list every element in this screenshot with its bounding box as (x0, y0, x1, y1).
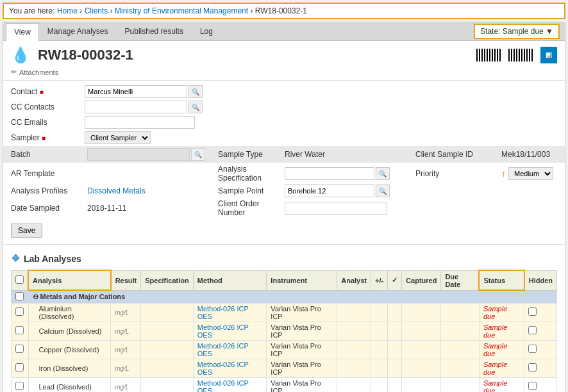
puzzle-icon: ❖ (11, 252, 20, 265)
specification-cell (141, 340, 193, 359)
hidden-checkbox[interactable] (528, 382, 537, 390)
breadcrumb-prefix: You are here: (9, 6, 57, 15)
method-cell: Method-026 ICP OES (193, 359, 267, 377)
breadcrumb: You are here: Home › Clients › Ministry … (3, 3, 565, 19)
group-header-row: ⊖ Metals and Major Cations (12, 290, 557, 303)
priority-select[interactable]: Medium High Low (508, 167, 553, 180)
group-name: ⊖ Metals and Major Cations (28, 290, 557, 303)
analysis-specification-label: Analysis Specification (218, 165, 282, 183)
tab-manage-analyses[interactable]: Manage Analyses (39, 22, 117, 40)
th-hidden: Hidden (524, 270, 557, 290)
analyst-cell (337, 359, 371, 377)
batch-input[interactable] (87, 148, 190, 161)
th-result: Result (111, 270, 141, 290)
sample-point-input[interactable] (285, 184, 374, 197)
attachments-label-text: Attachments (19, 69, 58, 76)
select-all-checkbox[interactable] (15, 275, 24, 284)
contact-label: Contact ■ (11, 87, 85, 96)
client-sample-id-value: Mek18/11/003 (501, 150, 557, 159)
table-row: Aluminium (Dissolved) mg/L Method-026 IC… (12, 303, 557, 322)
barcode-qr[interactable]: 📊 (540, 47, 557, 63)
status-cell: Sample due (479, 340, 524, 359)
tab-published-results[interactable]: Published results (117, 22, 192, 40)
row-checkbox[interactable] (15, 363, 24, 372)
hidden-checkbox[interactable] (528, 307, 537, 316)
due-date-cell (441, 322, 480, 340)
hidden-checkbox[interactable] (528, 326, 537, 334)
row-checkbox[interactable] (15, 326, 24, 334)
cc-emails-label: CC Emails (11, 118, 85, 127)
date-sampled-value: 2018-11-11 (87, 204, 215, 213)
table-row: Calcium (Dissolved) mg/L Method-026 ICP … (12, 322, 557, 340)
tab-log[interactable]: Log (192, 22, 221, 40)
captured-cell (402, 303, 441, 322)
th-status: Status (479, 270, 524, 290)
pencil-icon: ✏ (11, 68, 17, 76)
cc-contacts-input[interactable] (85, 101, 187, 113)
specification-cell (141, 322, 193, 340)
sampler-row: Sampler ■ Client Sampler (11, 131, 557, 145)
row-checkbox[interactable] (15, 307, 24, 316)
due-date-cell (441, 377, 480, 392)
sampler-label: Sampler ■ (11, 133, 85, 142)
breadcrumb-home[interactable]: Home (57, 6, 78, 15)
sample-point-label: Sample Point (218, 186, 282, 195)
contact-search-btn[interactable]: 🔍 (188, 85, 203, 98)
cc-contacts-search-btn[interactable]: 🔍 (188, 101, 203, 113)
instrument-cell: Varian Vista Pro ICP (267, 340, 337, 359)
cc-emails-input[interactable] (85, 116, 195, 129)
result-cell: mg/L (111, 377, 141, 392)
sampler-select[interactable]: Client Sampler (85, 131, 151, 144)
method-cell: Method-026 ICP OES (193, 377, 267, 392)
analysis-cell: Copper (Dissolved) (28, 340, 111, 359)
analysis-profiles-link[interactable]: Dissolved Metals (87, 186, 146, 195)
th-captured: Captured (402, 270, 441, 290)
analysis-profiles-label: Analysis Profiles (11, 186, 85, 195)
th-checkbox (12, 270, 29, 290)
method-cell: Method-026 ICP OES (193, 322, 267, 340)
batch-row: Batch 🔍 Sample Type River Water Client S… (3, 146, 565, 163)
th-analyst: Analyst (337, 270, 371, 290)
client-sample-id-label: Client Sample ID (415, 150, 499, 159)
method-cell: Method-026 ICP OES (193, 303, 267, 322)
instrument-cell: Varian Vista Pro ICP (267, 377, 337, 392)
sample-point-search-btn[interactable]: 🔍 (376, 184, 390, 197)
breadcrumb-client[interactable]: Ministry of Environmental Management (115, 6, 248, 15)
date-sampled-row: Date Sampled 2018-11-11 Client Order Num… (11, 199, 557, 217)
th-specification: Specification (141, 270, 193, 290)
cc-contacts-row: CC Contacts 🔍 (11, 100, 557, 114)
batch-search-btn[interactable]: 🔍 (191, 148, 205, 161)
contact-input[interactable] (85, 85, 187, 98)
barcode-1[interactable] (476, 49, 502, 61)
barcode-2[interactable] (508, 49, 534, 61)
tab-view[interactable]: View (6, 23, 39, 41)
sample-type-value: River Water (285, 150, 413, 159)
tabs-bar: View Manage Analyses Published results L… (3, 22, 565, 41)
analysis-spec-search-btn[interactable]: 🔍 (376, 167, 390, 180)
analyses-table: Analysis Result Specification Method Ins… (11, 270, 557, 392)
row-checkbox[interactable] (15, 382, 24, 390)
analysis-specification-input[interactable] (285, 167, 374, 180)
contact-field: 🔍 (85, 85, 203, 98)
ar-template-row: AR Template Analysis Specification 🔍 Pri… (11, 165, 557, 183)
check-cell (388, 377, 402, 392)
cc-emails-row: CC Emails (11, 115, 557, 129)
client-order-number-input[interactable] (285, 202, 387, 215)
due-date-cell (441, 359, 480, 377)
hidden-checkbox[interactable] (528, 363, 537, 372)
captured-cell (402, 377, 441, 392)
th-check: ✓ (388, 270, 402, 290)
instrument-cell: Varian Vista Pro ICP (267, 359, 337, 377)
status-cell: Sample due (479, 377, 524, 392)
row-checkbox[interactable] (15, 345, 24, 353)
cc-contacts-label: CC Contacts (11, 102, 85, 111)
hidden-cell (524, 340, 557, 359)
state-badge[interactable]: State: Sample due ▼ (474, 24, 560, 39)
batch-label: Batch (11, 150, 85, 159)
barcodes: 📊 (476, 47, 557, 63)
breadcrumb-clients[interactable]: Clients (85, 6, 108, 15)
save-button[interactable]: Save (11, 224, 42, 238)
group-checkbox[interactable] (15, 292, 24, 300)
captured-cell (402, 340, 441, 359)
hidden-checkbox[interactable] (528, 345, 537, 353)
